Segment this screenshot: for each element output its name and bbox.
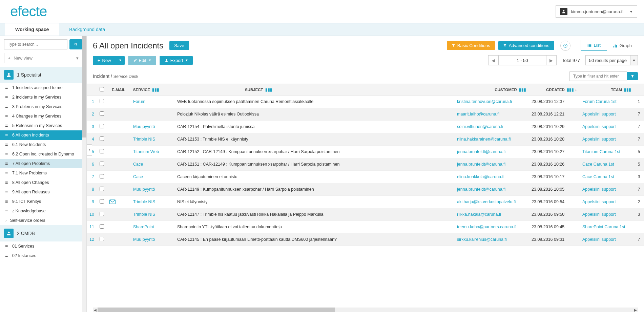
sidebar-item[interactable]: ≡3 Problems in my Services xyxy=(0,102,86,111)
row-checkbox[interactable] xyxy=(100,111,104,116)
cell-team[interactable]: Appelsiini support xyxy=(582,112,616,117)
save-button[interactable]: Save xyxy=(169,41,189,50)
row-checkbox[interactable] xyxy=(100,187,104,191)
cell-service[interactable]: Trimble NIS xyxy=(133,212,155,217)
sidebar-item[interactable]: ≡z Knowledgebase xyxy=(0,206,86,216)
tab-working-space[interactable]: Working space xyxy=(5,23,59,36)
view-graph-tab[interactable]: Graph xyxy=(607,40,638,51)
sidebar-item[interactable]: ≡5 Releases in my Services xyxy=(0,121,86,130)
cell-customer[interactable]: maarit.laiho@caruna.fi xyxy=(457,112,499,117)
table-filter-input[interactable] xyxy=(569,71,627,81)
row-checkbox[interactable] xyxy=(100,149,104,153)
table-filter-button[interactable] xyxy=(627,72,638,80)
new-view-select[interactable]: + New view ▾ xyxy=(4,53,82,63)
cell-service[interactable]: Trimble NIS xyxy=(133,137,155,142)
sidebar-section-header[interactable]: 2 CMDB xyxy=(0,225,86,241)
advanced-conditions-button[interactable]: Advanced conditions xyxy=(498,41,554,50)
sidebar-item[interactable]: ≡4 Changes in my Services xyxy=(0,111,86,121)
row-checkbox[interactable] xyxy=(100,124,104,128)
cell-team[interactable]: Forum Caruna 1st xyxy=(582,99,617,104)
cell-customer[interactable]: jenna.brunfeldt@caruna.fi xyxy=(457,149,505,154)
cell-team[interactable]: Appelsiini support xyxy=(582,137,616,142)
sort-icon[interactable]: ▮▮▮ xyxy=(567,87,574,92)
cell-service[interactable]: Muu pyyntö xyxy=(133,124,155,129)
sort-icon[interactable]: ▮▮▮ xyxy=(152,87,159,92)
pager-next[interactable]: ▶ xyxy=(546,56,556,65)
table-row[interactable]: 4Trimble NISCAR-12153 : Trimble NIS ei k… xyxy=(87,133,644,146)
row-checkbox[interactable] xyxy=(100,212,104,216)
cell-customer[interactable]: jenna.brunfeldt@caruna.fi xyxy=(457,162,505,167)
table-row[interactable]: 11SharePointSharepointin YTL-työtilaan e… xyxy=(87,221,644,233)
cell-service[interactable]: Cace xyxy=(133,162,143,167)
row-checkbox[interactable] xyxy=(100,99,104,103)
edit-button[interactable]: Edit ▼ xyxy=(128,56,156,65)
results-per-page-select[interactable]: 50 results per page ▼ xyxy=(585,55,638,65)
table-row[interactable]: 3Muu pyyntöCAR-12154 : Palvelimella istu… xyxy=(87,121,644,133)
table-row[interactable]: 12Muu pyyntöCAR-12145 : En pääse kirjaut… xyxy=(87,233,644,246)
table-row[interactable]: 5Titanium WebCAR-12152 : CAR-12149 : Kum… xyxy=(87,146,644,158)
sidebar-item[interactable]: ≡01 Services xyxy=(0,241,86,251)
scrollbar-thumb[interactable] xyxy=(82,36,86,138)
basic-conditions-button[interactable]: Basic Conditions xyxy=(447,41,495,50)
sidebar-item[interactable]: ≡2 Incidents in my Services xyxy=(0,92,86,102)
select-all-checkbox[interactable] xyxy=(100,87,104,91)
row-checkbox[interactable] xyxy=(100,174,104,178)
sort-icon[interactable]: ▮▮▮ xyxy=(624,87,631,92)
cell-team[interactable]: Titanium Caruna 1st xyxy=(582,149,620,154)
cell-team[interactable]: Appelsiini support xyxy=(582,199,616,204)
cell-team[interactable]: Cace Caruna 1st xyxy=(582,162,614,167)
cell-customer[interactable]: soini.vilhunen@caruna.fi xyxy=(457,124,503,129)
cell-service[interactable]: Cace xyxy=(133,174,143,179)
tab-background-data[interactable]: Background data xyxy=(59,23,115,36)
row-checkbox[interactable] xyxy=(100,162,104,166)
cell-service[interactable]: Muu pyyntö xyxy=(133,187,155,192)
sidebar-item[interactable]: ≡8 All open Changes xyxy=(0,178,86,187)
cell-team[interactable]: SharePoint Caruna 1st xyxy=(582,225,625,229)
table-row[interactable]: 7CaceCaceen kirjautuminen ei onnistuelin… xyxy=(87,171,644,183)
table-row[interactable]: 9Trimble NISNIS ei käynnistyaki.harju@ks… xyxy=(87,196,644,208)
export-button[interactable]: Export ▼ xyxy=(160,56,193,65)
sidebar-item[interactable]: ≡1 Incidents assigned to me xyxy=(0,83,86,92)
row-checkbox[interactable] xyxy=(100,136,104,141)
table-row[interactable]: 1ForumWEB tuotannossa sopimuksen päättäm… xyxy=(87,96,644,108)
scroll-right-arrow[interactable]: ▶ xyxy=(633,308,638,312)
cell-service[interactable]: Muu pyyntö xyxy=(133,237,155,242)
row-checkbox[interactable] xyxy=(100,224,104,229)
cell-service[interactable]: Trimble NIS xyxy=(133,199,155,204)
cell-service[interactable]: Titanium Web xyxy=(133,149,159,154)
sidebar-scrollbar[interactable] xyxy=(82,36,86,312)
cell-customer[interactable]: sirkku.kairenius@caruna.fi xyxy=(457,237,507,242)
cell-customer[interactable]: teemu.koho@partners.caruna.fi xyxy=(457,225,516,229)
pager-prev[interactable]: ◀ xyxy=(489,56,499,65)
sidebar-item[interactable]: ≡7.1 New Problems xyxy=(0,168,86,178)
row-checkbox[interactable] xyxy=(100,237,104,241)
cell-team[interactable]: Appelsiini support xyxy=(582,237,616,242)
search-button[interactable] xyxy=(69,39,82,49)
sidebar-item[interactable]: ≡6 All open Incidents xyxy=(0,130,86,140)
sidebar-item[interactable]: ≡6.2 Open inc. created in Dynamo xyxy=(0,149,86,159)
new-button[interactable]: + New xyxy=(93,56,116,65)
cell-team[interactable]: Appelsiini support xyxy=(582,212,616,217)
table-row[interactable]: 6CaceCAR-12151 : CAR-12149 : Kumppanitun… xyxy=(87,158,644,171)
sort-icon[interactable]: ▮▮▮ xyxy=(519,87,526,92)
table-row[interactable]: 2Polozjuk Nikolas väärä esimies Outlooki… xyxy=(87,108,644,121)
view-list-tab[interactable]: List xyxy=(581,40,607,51)
sidebar-item[interactable]: ≡02 Instances xyxy=(0,251,86,260)
cell-customer[interactable]: niina.hakkarainen@caruna.fi xyxy=(457,137,511,142)
user-menu[interactable]: kimmo.juntunen@caruna.fi ▼ xyxy=(556,5,637,18)
sidebar-item[interactable]: ≡7 All open Problems xyxy=(0,159,86,168)
sidebar-section-header[interactable]: 1 Specialist xyxy=(0,67,86,83)
sidebar-item[interactable]: ›Self-service orders xyxy=(0,216,86,225)
sidebar-item[interactable]: ≡9.1 ICT Kehitys xyxy=(0,197,86,206)
cell-service[interactable]: SharePoint xyxy=(133,225,154,229)
cell-customer[interactable]: aki.harju@ks-verkostopalvelu.fi xyxy=(457,199,516,204)
table-row[interactable]: 10Trimble NISCAR-12147 : Trimble nis kaa… xyxy=(87,208,644,221)
clock-icon[interactable] xyxy=(560,41,570,51)
sidebar-item[interactable]: ≡6.1 New Incidents xyxy=(0,140,86,149)
scrollbar-thumb[interactable] xyxy=(98,308,335,312)
cell-customer[interactable]: kristina.tenhovuori@caruna.fi xyxy=(457,99,512,104)
row-checkbox[interactable] xyxy=(100,199,104,204)
sidebar-item[interactable]: ≡9 All open Releases xyxy=(0,187,86,197)
cell-team[interactable]: Cace Caruna 1st xyxy=(582,174,614,179)
cell-team[interactable]: Appelsiini support xyxy=(582,124,616,129)
